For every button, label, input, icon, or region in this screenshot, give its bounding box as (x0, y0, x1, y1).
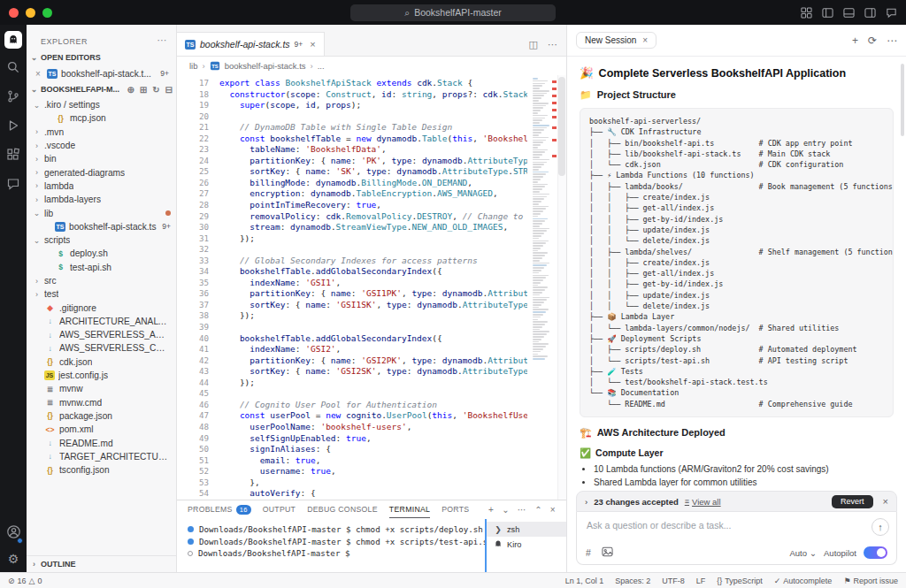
code-line[interactable]: removalPolicy: cdk.RemovalPolicy.DESTROY… (219, 211, 527, 223)
code-line[interactable]: autoVerify: { (219, 488, 527, 500)
code-line[interactable]: }, (219, 477, 527, 489)
code-line[interactable] (219, 322, 527, 333)
chat-tab-new-session[interactable]: New Session × (576, 32, 656, 49)
attach-image-button[interactable] (602, 546, 613, 559)
terminal-instance-zsh[interactable]: ❯zsh (487, 522, 566, 537)
report-issue[interactable]: ⚑Report issue (843, 577, 898, 585)
new-terminal-button[interactable]: + (488, 505, 494, 515)
code-line[interactable]: const userPool = new cognito.UserPool(th… (219, 410, 527, 422)
editor-more-actions-icon[interactable]: ⋯ (548, 39, 557, 50)
tree-item-scripts[interactable]: ⌄scripts (27, 233, 176, 247)
maximize-panel-icon[interactable]: ⌃ (534, 505, 542, 515)
editor-tab-bookshelf-api-stack[interactable]: TS bookshelf-api-stack.ts 9+ × (177, 32, 325, 56)
collapse-folders-button[interactable]: ⊟ (165, 85, 173, 95)
tree-item-gitignore[interactable]: ◆.gitignore (27, 301, 176, 314)
tree-item-src[interactable]: ›src (27, 274, 176, 287)
problems-status[interactable]: ⊘16 △0 (8, 577, 42, 585)
autocomplete-status[interactable]: ✓Autocomplete (774, 577, 833, 585)
code-line[interactable]: email: true, (219, 455, 527, 467)
eol-sequence[interactable]: LF (696, 577, 706, 585)
tree-item-mvnw-cmd[interactable]: ≣mvnw.cmd (27, 396, 176, 409)
tree-item-test[interactable]: ›test (27, 287, 176, 301)
tree-item-aws-serverless-cost-anal[interactable]: ↓AWS_SERVERLESS_COST_ANAL... (27, 341, 176, 355)
chat-input-box[interactable]: Ask a question or describe a task... ↑ #… (576, 512, 897, 565)
code-line[interactable]: bookshelfTable.addGlobalSecondaryIndex({ (219, 333, 527, 345)
code-line[interactable]: sortKey: { name: 'GSI1SK', type: dynamod… (219, 300, 527, 311)
code-line[interactable]: // Cognito User Pool for Authentication (219, 400, 527, 411)
tree-item-mcp-json[interactable]: {}mcp.json (27, 111, 176, 125)
tree-item-lambda-layers[interactable]: ›lambda-layers (27, 193, 176, 206)
context-hash-button[interactable]: # (586, 547, 591, 558)
split-editor-icon[interactable]: ◫ (529, 39, 538, 50)
explorer-more-actions-button[interactable]: ⋯ (157, 34, 168, 46)
code-line[interactable]: stream: dynamodb.StreamViewType.NEW_AND_… (219, 222, 527, 233)
code-line[interactable]: const bookshelfTable = new dynamodb.Tabl… (219, 134, 527, 145)
autopilot-toggle[interactable] (864, 546, 887, 559)
tree-item-bin[interactable]: ›bin (27, 152, 176, 165)
run-debug-icon[interactable] (6, 118, 20, 136)
zoom-window-button[interactable] (42, 8, 52, 18)
close-tab-icon[interactable]: × (310, 39, 315, 50)
tree-item-kiro-settings[interactable]: ⌄.kiro / settings (27, 98, 176, 111)
command-center-search[interactable]: ⌕ BookshelfAPI-master (350, 4, 556, 21)
tree-item-tsconfig-json[interactable]: {}tsconfig.json (27, 463, 176, 477)
close-editor-icon[interactable]: × (35, 69, 43, 79)
close-session-icon[interactable]: × (642, 35, 648, 45)
language-mode[interactable]: {}TypeScript (717, 577, 763, 585)
tree-item-readme-md[interactable]: ↓README.md (27, 436, 176, 449)
toggle-panel-icon[interactable] (843, 7, 855, 19)
tree-item-mvnw[interactable]: ≣mvnw (27, 382, 176, 395)
code-line[interactable] (219, 388, 527, 400)
terminal-output[interactable]: Downloads/BookshelfAPI-master $ chmod +x… (177, 519, 485, 572)
code-line[interactable] (219, 111, 527, 123)
chat-view-icon[interactable] (6, 177, 20, 195)
code-line[interactable]: }); (219, 233, 527, 245)
tree-item-jest-config-js[interactable]: JSjest.config.js (27, 369, 176, 382)
tree-item-mvn[interactable]: ›.mvn (27, 126, 176, 139)
layout-grid-icon[interactable] (801, 7, 812, 19)
tree-item-package-json[interactable]: {}package.json (27, 409, 176, 423)
code-line[interactable]: super(scope, id, props); (219, 100, 527, 111)
send-button[interactable]: ↑ (871, 518, 889, 536)
dismiss-changes-icon[interactable]: × (883, 496, 888, 507)
code-line[interactable]: // Global Secondary Indexes for access p… (219, 256, 527, 267)
code-line[interactable]: indexName: 'GSI1', (219, 278, 527, 289)
code-line[interactable]: constructor(scope: Construct, id: string… (219, 89, 527, 101)
scrollbar-thumb[interactable] (558, 77, 565, 176)
chat-icon[interactable] (886, 7, 897, 19)
tree-item-architecture-analysis-md[interactable]: ↓ARCHITECTURE_ANALYSIS.md (27, 315, 176, 328)
code-editor[interactable]: 1718192021222324252627282930313233343536… (177, 75, 566, 500)
chat-more-actions-button[interactable]: ⋯ (887, 34, 897, 47)
tree-item-bookshelf-api-stack-ts[interactable]: TSbookshelf-api-stack.ts9+ (27, 220, 176, 233)
code-content[interactable]: export class BookshelfApiStack extends c… (219, 78, 527, 500)
code-line[interactable]: encryption: dynamodb.TableEncryption.AWS… (219, 188, 527, 200)
refresh-explorer-button[interactable]: ↻ (152, 85, 159, 95)
chevron-right-icon[interactable]: › (585, 497, 587, 507)
close-window-button[interactable] (9, 8, 19, 18)
breadcrumb[interactable]: lib › TS bookshelf-api-stack.ts › ... (177, 57, 566, 74)
terminal-dropdown-icon[interactable]: ⌄ (502, 505, 510, 515)
code-line[interactable]: sortKey: { name: 'SK', type: dynamodb.At… (219, 166, 527, 178)
open-editor-item[interactable]: × TS bookshelf-api-stack.t... 9+ (27, 65, 176, 81)
tab-terminal[interactable]: TERMINAL (389, 500, 430, 518)
code-line[interactable]: selfSignUpEnabled: true, (219, 433, 527, 445)
tab-output[interactable]: OUTPUT (263, 500, 296, 518)
code-line[interactable]: }); (219, 378, 527, 389)
tree-item-lambda[interactable]: ›lambda (27, 179, 176, 193)
mode-selector[interactable]: Auto⌄ (790, 548, 818, 558)
outline-section-header[interactable]: › OUTLINE (27, 555, 176, 572)
code-line[interactable]: partitionKey: { name: 'GSI2PK', type: dy… (219, 355, 527, 367)
chat-scrollbar-thumb[interactable] (901, 64, 904, 136)
toggle-secondary-sidebar-icon[interactable] (864, 7, 876, 19)
source-control-icon[interactable] (6, 89, 20, 107)
code-line[interactable]: bookshelfTable.addGlobalSecondaryIndex({ (219, 266, 527, 278)
tree-item-pom-xml[interactable]: <>pom.xml (27, 423, 176, 436)
editor-scrollbar[interactable] (557, 75, 566, 500)
code-line[interactable]: // DynamoDB Table with Single Table Desi… (219, 122, 527, 134)
code-line[interactable]: userPoolName: 'bookshelf-users', (219, 422, 527, 433)
settings-gear-icon[interactable]: ⚙ (8, 553, 19, 565)
tree-item-lib[interactable]: ⌄lib (27, 206, 176, 219)
session-history-button[interactable]: ⟳ (868, 34, 877, 47)
tree-item-deploy-sh[interactable]: $deploy.sh (27, 247, 176, 260)
tree-item-aws-serverless-accurate[interactable]: ↓AWS_SERVERLESS_ACCURATE_... (27, 328, 176, 341)
